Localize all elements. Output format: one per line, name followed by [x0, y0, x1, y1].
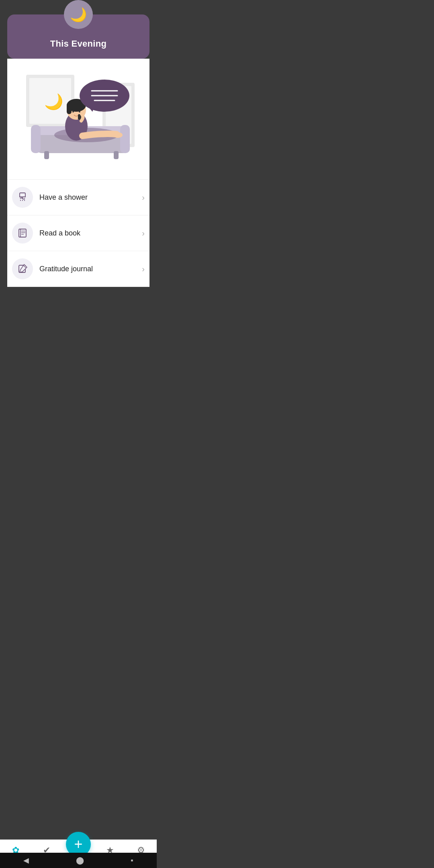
chevron-right-icon-journal: › [142, 264, 145, 274]
svg-point-16 [72, 111, 74, 113]
task-item-journal[interactable]: Gratitude journal › [7, 251, 149, 287]
content-scroll: 🌙 This Evening 🌙 [0, 0, 157, 339]
svg-rect-15 [67, 103, 72, 114]
svg-rect-9 [44, 151, 49, 159]
shower-icon [17, 192, 28, 203]
task-icon-journal [12, 258, 33, 279]
chevron-right-icon-shower: › [142, 193, 145, 202]
task-label-shower: Have a shower [39, 193, 142, 202]
moon-icon: 🌙 [70, 8, 87, 21]
svg-rect-8 [120, 125, 130, 153]
svg-point-19 [113, 132, 123, 138]
evening-illustration: 🌙 [14, 67, 143, 171]
task-list: Have a shower › Read a book › [7, 179, 149, 287]
task-label-book: Read a book [39, 229, 142, 237]
task-item-shower[interactable]: Have a shower › [7, 180, 149, 215]
illustration-area: 🌙 [7, 59, 149, 179]
chevron-right-icon-book: › [142, 229, 145, 238]
svg-point-17 [79, 111, 80, 113]
page-title: This Evening [50, 39, 107, 49]
screen: 🌙 This Evening 🌙 [0, 0, 157, 339]
task-item-book[interactable]: Read a book › [7, 215, 149, 251]
svg-rect-10 [114, 151, 119, 159]
svg-rect-7 [31, 125, 41, 153]
svg-text:🌙: 🌙 [44, 92, 63, 111]
task-icon-book [12, 223, 33, 244]
journal-icon [17, 264, 28, 274]
moon-circle: 🌙 [64, 0, 93, 29]
svg-rect-29 [19, 229, 26, 237]
book-icon [17, 228, 28, 238]
task-icon-shower [12, 187, 33, 208]
task-label-journal: Gratitude journal [39, 265, 142, 273]
